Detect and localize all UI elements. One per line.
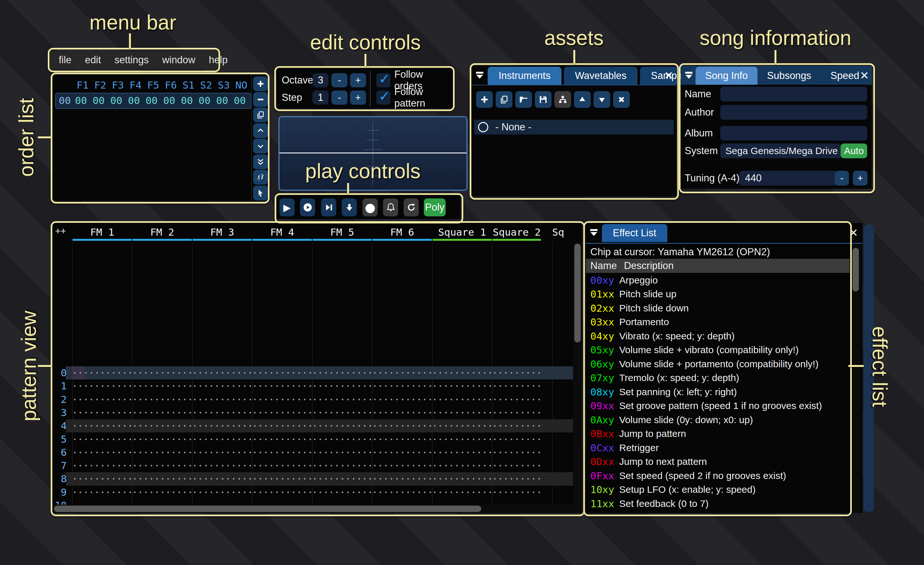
annotation-box-pattern-view bbox=[51, 221, 585, 516]
oscilloscope-tick bbox=[367, 130, 379, 131]
annotation-connector-menu-bar bbox=[129, 33, 131, 48]
annotation-box-assets bbox=[470, 63, 679, 200]
annotation-box-edit-controls bbox=[274, 66, 454, 111]
annotation-connector-order-list bbox=[38, 137, 51, 138]
annotation-edit-controls: edit controls bbox=[310, 30, 421, 54]
effect-vscrollbar-thumb[interactable] bbox=[852, 248, 859, 292]
oscilloscope-tick bbox=[367, 140, 379, 140]
annotation-connector-song-info bbox=[774, 50, 776, 63]
annotation-effect-list: effect list bbox=[868, 326, 892, 407]
annotation-box-song-info bbox=[679, 63, 875, 193]
annotation-box-order-list bbox=[51, 72, 270, 204]
annotation-pattern-view: pattern view bbox=[17, 310, 41, 421]
annotation-assets: assets bbox=[544, 26, 604, 50]
effect-vscrollbar-track[interactable] bbox=[851, 243, 861, 513]
desktop-background: { "annotations": { "menu_bar": "menu bar… bbox=[0, 0, 924, 565]
annotation-menu-bar: menu bar bbox=[90, 11, 176, 35]
annotation-box-play-controls bbox=[274, 193, 463, 224]
oscilloscope-tick bbox=[363, 149, 382, 150]
annotation-connector-play-controls bbox=[347, 183, 349, 194]
annotation-song-information: song information bbox=[699, 26, 851, 50]
annotation-connector-assets bbox=[573, 50, 575, 63]
annotation-connector-effect-list bbox=[848, 365, 864, 367]
oscilloscope-waveform-line bbox=[279, 152, 466, 153]
annotation-play-controls: play controls bbox=[305, 159, 420, 183]
annotation-connector-edit-controls bbox=[364, 54, 366, 66]
annotation-order-list: order list bbox=[14, 98, 38, 177]
annotation-box-menu-bar bbox=[48, 48, 220, 72]
annotation-box-effect-list bbox=[583, 221, 852, 516]
